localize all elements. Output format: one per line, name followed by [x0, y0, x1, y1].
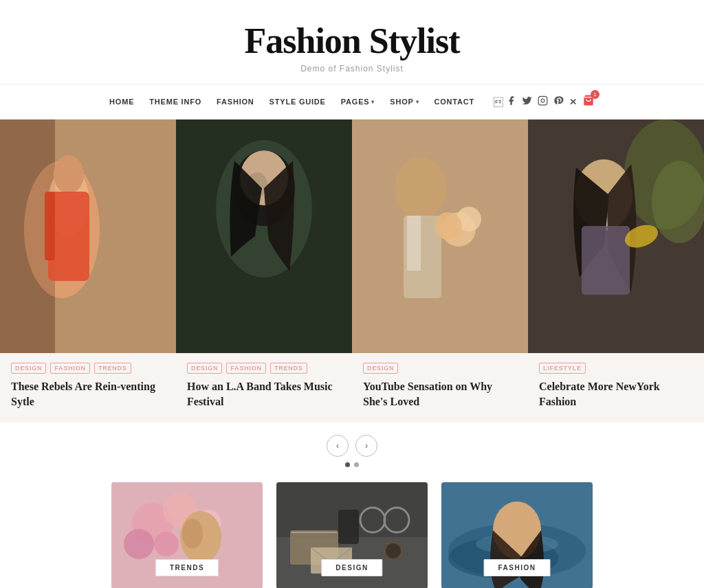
tag-fashion[interactable]: FASHION [50, 363, 90, 374]
hero-card-2-image [176, 120, 352, 353]
hero-card-2-title: How an L.A Band Takes Music Festival [187, 379, 341, 409]
nav-pages[interactable]: PAGES ▾ [341, 98, 375, 106]
tag-trends[interactable]: TRENDS [94, 363, 131, 374]
carousel-dots [345, 462, 359, 467]
hero-card-1-title: These Rebels Are Rein-venting Sytle [11, 379, 165, 409]
nav-shop[interactable]: SHOP ▾ [390, 98, 419, 106]
hero-card-1-tags: DESIGN FASHION TRENDS [11, 363, 165, 374]
main-nav: HOME THEME INFO FASHION STYLE GUIDE PAGE… [0, 84, 704, 120]
x-icon[interactable]: ✕ [569, 97, 577, 107]
carousel-dot-1[interactable] [345, 462, 350, 467]
hero-card-4[interactable]: LIFESTYLE Celebrate More NewYork Fashion [528, 120, 704, 422]
svg-point-23 [434, 212, 462, 240]
svg-rect-0 [538, 96, 547, 105]
bottom-card-trends-label: TRENDS [155, 559, 219, 576]
hero-card-2-tags: DESIGN FASHION TRENDS [187, 363, 341, 374]
site-header: Fashion Stylist Demo of Fashion Stylist [0, 0, 704, 84]
tag-design[interactable]: DESIGN [187, 363, 222, 374]
instagram-icon[interactable] [538, 95, 548, 108]
hero-section: DESIGN FASHION TRENDS These Rebels Are R… [0, 120, 704, 422]
hero-card-4-tags: LIFESTYLE [539, 363, 693, 374]
hero-card-4-title: Celebrate More NewYork Fashion [539, 379, 693, 409]
svg-point-8 [54, 155, 84, 194]
hero-card-2-content: DESIGN FASHION TRENDS How an L.A Band Ta… [176, 353, 352, 422]
nav-fashion[interactable]: FASHION [217, 98, 254, 106]
hero-card-3-tags: DESIGN [363, 363, 517, 374]
bottom-card-design-label: DESIGN [321, 559, 382, 576]
hero-card-1-image [0, 120, 176, 353]
chevron-down-icon: ▾ [371, 99, 375, 105]
cart-icon[interactable]: 1 [582, 94, 595, 109]
hero-card-2[interactable]: DESIGN FASHION TRENDS How an L.A Band Ta… [176, 120, 352, 422]
nav-links: HOME THEME INFO FASHION STYLE GUIDE PAGE… [109, 98, 474, 106]
carousel-arrows: ‹ › [327, 435, 377, 457]
nav-home[interactable]: HOME [109, 98, 134, 106]
facebook-icon[interactable]:  [494, 95, 516, 108]
twitter-icon[interactable] [522, 95, 532, 108]
nav-social:  ✕ 1 [494, 94, 595, 109]
bottom-card-fashion-label: FASHION [484, 559, 551, 576]
svg-point-19 [395, 157, 447, 219]
svg-point-40 [182, 519, 203, 549]
svg-rect-45 [292, 532, 337, 533]
tag-design[interactable]: DESIGN [363, 363, 398, 374]
hero-card-3-image [352, 120, 528, 353]
tag-trends[interactable]: TRENDS [270, 363, 307, 374]
tag-lifestyle[interactable]: LIFESTYLE [539, 363, 586, 374]
carousel-controls: ‹ › [0, 422, 704, 475]
site-subtitle: Demo of Fashion Stylist [14, 64, 690, 74]
bottom-cards-section: TRENDS DESIGN [0, 475, 704, 588]
prev-arrow-button[interactable]: ‹ [327, 435, 349, 457]
hero-card-1[interactable]: DESIGN FASHION TRENDS These Rebels Are R… [0, 120, 176, 422]
hero-card-3-content: DESIGN YouTube Sensation on Why She's Lo… [352, 353, 528, 422]
tag-fashion[interactable]: FASHION [226, 363, 266, 374]
site-title: Fashion Stylist [14, 21, 690, 61]
bottom-card-fashion[interactable]: FASHION [441, 482, 593, 588]
hero-card-4-image [528, 120, 704, 353]
svg-rect-10 [45, 192, 55, 260]
next-arrow-button[interactable]: › [355, 435, 377, 457]
hero-card-1-content: DESIGN FASHION TRENDS These Rebels Are R… [0, 353, 176, 422]
hero-card-3-title: YouTube Sensation on Why She's Loved [363, 379, 517, 409]
svg-rect-24 [407, 216, 421, 271]
carousel-dot-2[interactable] [354, 462, 359, 467]
cart-badge: 1 [591, 90, 600, 99]
svg-point-38 [154, 532, 179, 556]
bottom-card-trends[interactable]: TRENDS [111, 482, 263, 588]
svg-point-52 [386, 543, 401, 558]
svg-point-36 [124, 529, 154, 559]
svg-rect-49 [338, 510, 359, 544]
hero-card-3[interactable]: DESIGN YouTube Sensation on Why She's Lo… [352, 120, 528, 422]
nav-contact[interactable]: CONTACT [434, 98, 474, 106]
tag-design[interactable]: DESIGN [11, 363, 46, 374]
bottom-card-design[interactable]: DESIGN [276, 482, 428, 588]
svg-rect-30 [582, 226, 630, 295]
nav-style-guide[interactable]: STYLE GUIDE [270, 98, 326, 106]
chevron-down-icon: ▾ [416, 99, 419, 105]
pinterest-icon[interactable] [553, 95, 564, 108]
hero-card-4-content: LIFESTYLE Celebrate More NewYork Fashion [528, 353, 704, 422]
nav-theme-info[interactable]: THEME INFO [149, 98, 201, 106]
